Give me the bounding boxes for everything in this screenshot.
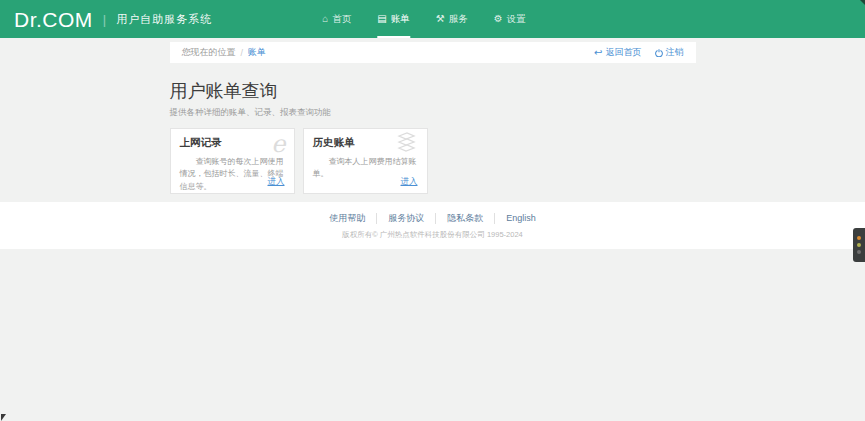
nav-label-settings: 设置 bbox=[507, 13, 526, 26]
widget-dot-yellow bbox=[857, 243, 861, 247]
breadcrumb-bar: 您现在的位置 / 账单 ↩ 返回首页 注销 bbox=[170, 42, 696, 63]
mouse-cursor bbox=[1, 414, 6, 421]
home-icon: ⌂ bbox=[322, 14, 328, 24]
nav-label-services: 服务 bbox=[449, 13, 468, 26]
brand: Dr.COM | 用户自助服务系统 bbox=[14, 9, 212, 30]
back-home-label: 返回首页 bbox=[606, 46, 642, 59]
bills-stack-icon bbox=[393, 132, 419, 158]
nav-item-bills[interactable]: ▤ 账单 bbox=[377, 0, 409, 38]
footer-links: 使用帮助 服务协议 隐私条款 English bbox=[0, 213, 865, 224]
card-history-bills[interactable]: 历史账单 查询本人上网费用结算账单。 进入 bbox=[303, 128, 428, 194]
back-arrow-icon: ↩ bbox=[594, 48, 602, 58]
footer-link-terms[interactable]: 服务协议 bbox=[376, 213, 435, 224]
breadcrumb: 您现在的位置 / 账单 bbox=[182, 46, 267, 59]
cards: 上网记录 e 查询账号的每次上网使用情况，包括时长、流量、终端信息等。 进入 历… bbox=[170, 128, 696, 194]
widget-dot-orange bbox=[857, 236, 861, 240]
nav-label-bills: 账单 bbox=[391, 13, 410, 26]
card-title: 上网记录 bbox=[180, 136, 285, 150]
enter-history-bills-link[interactable]: 进入 bbox=[401, 176, 418, 188]
breadcrumb-prefix: 您现在的位置 bbox=[182, 46, 236, 59]
nav-item-home[interactable]: ⌂ 首页 bbox=[322, 0, 351, 38]
breadcrumb-separator: / bbox=[241, 48, 244, 58]
side-toolbar-widget[interactable] bbox=[853, 228, 865, 262]
breadcrumb-current-link[interactable]: 账单 bbox=[248, 46, 266, 59]
copyright: 版权所有© 广州热点软件科技股份有限公司 1995-2024 bbox=[0, 230, 865, 240]
bar-actions: ↩ 返回首页 注销 bbox=[594, 46, 683, 59]
corner-artifact bbox=[860, 0, 865, 5]
page-subtitle: 提供各种详细的账单、记录、报表查询功能 bbox=[170, 107, 696, 119]
nav-label-home: 首页 bbox=[332, 13, 351, 26]
logout-label: 注销 bbox=[666, 46, 684, 59]
nav-item-settings[interactable]: ⚙ 设置 bbox=[494, 0, 526, 38]
page-title: 用户账单查询 bbox=[170, 79, 696, 103]
bill-icon: ▤ bbox=[377, 14, 386, 24]
power-icon bbox=[655, 49, 663, 57]
ie-browser-icon: e bbox=[271, 132, 285, 156]
main-nav: ⌂ 首页 ▤ 账单 ⚒ 服务 ⚙ 设置 bbox=[322, 0, 525, 38]
site-footer: 使用帮助 服务协议 隐私条款 English 版权所有© 广州热点软件科技股份有… bbox=[0, 202, 865, 249]
settings-icon: ⚙ bbox=[494, 14, 503, 24]
footer-link-help[interactable]: 使用帮助 bbox=[318, 213, 376, 224]
brand-divider: | bbox=[103, 12, 106, 27]
card-internet-records[interactable]: 上网记录 e 查询账号的每次上网使用情况，包括时长、流量、终端信息等。 进入 bbox=[170, 128, 295, 194]
nav-item-services[interactable]: ⚒ 服务 bbox=[436, 0, 468, 38]
page-column: 您现在的位置 / 账单 ↩ 返回首页 注销 用户账单查询 提供各种详细的账单、记… bbox=[170, 42, 696, 194]
system-name: 用户自助服务系统 bbox=[116, 12, 212, 27]
footer-link-privacy[interactable]: 隐私条款 bbox=[435, 213, 494, 224]
logout-link[interactable]: 注销 bbox=[655, 46, 684, 59]
back-home-link[interactable]: ↩ 返回首页 bbox=[594, 46, 641, 59]
app-header: Dr.COM | 用户自助服务系统 ⌂ 首页 ▤ 账单 ⚒ 服务 ⚙ 设置 bbox=[0, 0, 865, 38]
service-icon: ⚒ bbox=[436, 14, 445, 24]
logo[interactable]: Dr.COM bbox=[14, 9, 93, 30]
footer-link-english[interactable]: English bbox=[494, 213, 547, 224]
enter-internet-records-link[interactable]: 进入 bbox=[268, 176, 285, 188]
widget-dot-gray bbox=[857, 250, 861, 254]
